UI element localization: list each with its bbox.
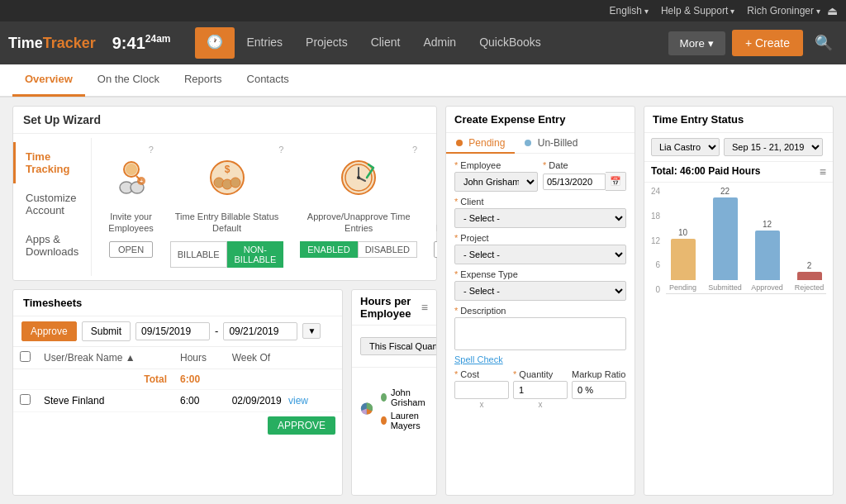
wizard-sidebar-apps[interactable]: Apps & Downloads	[13, 225, 91, 266]
row-checkbox[interactable]	[20, 394, 31, 405]
step3-help-icon[interactable]: ?	[412, 145, 417, 155]
step3-toggle: ENABLED DISABLED	[300, 241, 417, 258]
bars-container: 10 Pending 22 Submitted	[666, 187, 826, 294]
more-button[interactable]: More ▾	[668, 31, 725, 55]
step2-icon: $	[206, 156, 249, 207]
step1-icon: +	[110, 156, 153, 207]
table-row: Steve Finland 6:00 02/09/2019 view	[13, 389, 342, 411]
date-picker-btn[interactable]: ▼	[302, 323, 321, 339]
cost-input[interactable]	[454, 381, 509, 399]
nav-link-admin[interactable]: Admin	[411, 21, 468, 64]
step1-help-icon[interactable]: ?	[149, 145, 154, 155]
svg-text:$: $	[224, 164, 230, 175]
employee-select[interactable]: John Grisham	[454, 172, 538, 192]
row-week: 02/09/2019 view	[226, 389, 342, 411]
nav-link-client[interactable]: Client	[359, 21, 412, 64]
tab-unbilled[interactable]: Un-Billed	[515, 133, 587, 153]
bar-submitted-fill	[713, 197, 738, 280]
hours-filter-row: This Fiscal Quarter-t Total: 56:15 Hrs	[352, 326, 436, 368]
project-field: * Project - Select -	[454, 233, 626, 264]
pie-chart	[360, 373, 373, 444]
step3-label: Approve/Unapprove Time Entries	[300, 211, 417, 235]
hours-header: Hours per Employee ≡	[352, 290, 436, 326]
search-icon: 🔍	[815, 35, 833, 51]
expense-card: Create Expense Entry Pending Un-Billed	[445, 106, 635, 496]
subnav-reports[interactable]: Reports	[172, 64, 235, 97]
project-select[interactable]: - Select -	[454, 245, 626, 264]
total-label: Total	[144, 373, 167, 385]
help-support-link[interactable]: Help & Support ▾	[661, 5, 734, 17]
hours-period-select[interactable]: This Fiscal Quarter-t	[360, 337, 437, 355]
wizard-sidebar-time-tracking[interactable]: Time Tracking	[13, 142, 91, 183]
create-button[interactable]: + Create	[732, 30, 803, 56]
search-button[interactable]: 🔍	[810, 29, 838, 57]
status-total: Total: 46:00 Paid Hours ≡	[644, 162, 833, 183]
bar-approved: 12 Approved	[750, 187, 784, 292]
th-hours: Hours	[173, 347, 226, 369]
main-content: Set Up Wizard Time Tracking Customize Ac…	[0, 97, 846, 504]
step4-open-button[interactable]: OPEN	[434, 241, 437, 258]
tab-pending[interactable]: Pending	[446, 133, 515, 153]
date-range-select[interactable]: Sep 15 - 21, 2019	[724, 138, 823, 156]
lauren-label: Lauren Mayers	[391, 411, 428, 430]
nav-link-home[interactable]: 🕐	[195, 27, 235, 59]
expense-type-select[interactable]: - Select -	[454, 281, 626, 301]
quantity-input[interactable]	[513, 381, 568, 399]
bar-rejected: 2 Rejected	[792, 187, 826, 292]
nav-link-projects[interactable]: Projects	[294, 21, 359, 64]
nav-link-entries[interactable]: Entries	[235, 21, 294, 64]
bar-chart: 24 18 12 6 0 10 Pending	[651, 187, 826, 294]
markup-input[interactable]	[572, 381, 626, 399]
logout-icon[interactable]: ⏏	[827, 4, 838, 17]
user-chevron: ▾	[816, 7, 820, 16]
legend-item-john: John Grisham	[381, 388, 428, 407]
client-field: * Client - Select -	[454, 197, 626, 228]
select-all-checkbox[interactable]	[20, 351, 31, 362]
ts-toolbar: Approve Submit - ▼	[13, 316, 342, 347]
billable-button[interactable]: BILLABLE	[170, 241, 227, 268]
hours-body: John Grisham Lauren Mayers	[352, 368, 436, 450]
disabled-button[interactable]: DISABLED	[358, 241, 417, 258]
time-display: 9:4124am	[112, 33, 171, 53]
ts-footer: APPROVE	[13, 412, 342, 421]
client-label: * Client	[454, 197, 626, 207]
wizard-sidebar-customize[interactable]: Customize Account	[13, 183, 91, 225]
client-select[interactable]: - Select -	[454, 208, 626, 228]
view-link[interactable]: view	[288, 395, 308, 407]
unbilled-dot	[525, 140, 531, 146]
sub-nav: Overview On the Clock Reports Contacts	[0, 64, 846, 97]
create-label: + Create	[745, 36, 790, 50]
subnav-overview[interactable]: Overview	[12, 64, 85, 97]
nav-link-quickbooks[interactable]: QuickBooks	[468, 21, 553, 64]
employee-filter-select[interactable]: Lia Castro	[651, 138, 720, 156]
english-selector[interactable]: English ▾	[610, 5, 649, 17]
approve-btn[interactable]: Approve	[21, 321, 77, 341]
subnav-contacts[interactable]: Contacts	[235, 64, 302, 97]
subnav-onclock-label: On the Clock	[97, 73, 159, 85]
date-value-input[interactable]	[543, 174, 606, 190]
nav-bar: TimeTracker 9:4124am 🕐 Entries Projects …	[0, 21, 846, 64]
step2-help-icon[interactable]: ?	[278, 145, 283, 155]
hamburger-icon[interactable]: ≡	[421, 301, 428, 314]
spell-check-link[interactable]: Spell Check	[454, 354, 626, 364]
description-label: * Description	[454, 306, 626, 316]
chart-area: 24 18 12 6 0 10 Pending	[644, 183, 833, 298]
approve-action-btn[interactable]: APPROVE	[268, 416, 335, 435]
step3-icon	[337, 156, 380, 207]
non-billable-button[interactable]: NON-BILLABLE	[227, 241, 284, 268]
step1-open-button[interactable]: OPEN	[109, 241, 153, 258]
user-name: Rich Groninger	[747, 5, 814, 17]
description-textarea[interactable]	[454, 317, 626, 350]
submit-btn[interactable]: Submit	[82, 321, 131, 341]
subnav-on-the-clock[interactable]: On the Clock	[85, 64, 172, 97]
date-to-input[interactable]	[223, 322, 297, 340]
enabled-button[interactable]: ENABLED	[300, 241, 357, 258]
expense-type-label: * Expense Type	[454, 269, 626, 279]
subnav-contacts-label: Contacts	[247, 73, 289, 85]
date-calendar-btn[interactable]: 📅	[606, 172, 626, 191]
user-menu[interactable]: Rich Groninger ▾ ⏏	[747, 4, 838, 17]
date-from-input[interactable]	[135, 322, 210, 340]
cost-label: * Cost	[454, 369, 509, 379]
bar-approved-fill	[755, 231, 780, 280]
hamburger-status[interactable]: ≡	[820, 165, 826, 178]
